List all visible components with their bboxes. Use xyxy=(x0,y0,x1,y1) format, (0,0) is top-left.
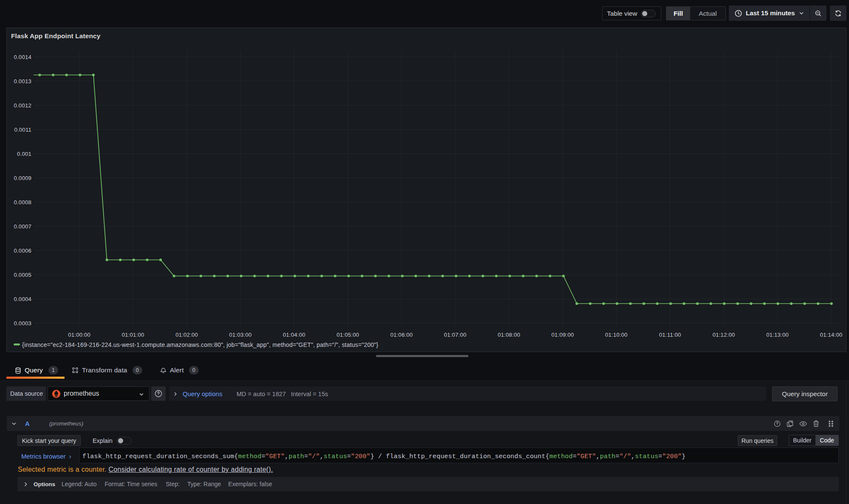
svg-text:0.0008: 0.0008 xyxy=(14,199,31,206)
svg-text:01:12:00: 01:12:00 xyxy=(713,332,735,338)
svg-text:0.0007: 0.0007 xyxy=(14,223,31,230)
svg-text:01:02:00: 01:02:00 xyxy=(175,332,198,338)
svg-text:0.0005: 0.0005 xyxy=(14,272,31,278)
svg-text:01:08:00: 01:08:00 xyxy=(498,332,520,338)
svg-text:01:13:00: 01:13:00 xyxy=(766,332,789,338)
svg-text:0.0012: 0.0012 xyxy=(14,102,31,109)
svg-text:0.0014: 0.0014 xyxy=(14,54,31,60)
svg-text:01:06:00: 01:06:00 xyxy=(390,332,413,338)
svg-text:01:04:00: 01:04:00 xyxy=(283,332,305,338)
svg-text:0.0003: 0.0003 xyxy=(14,320,31,327)
svg-text:01:00:00: 01:00:00 xyxy=(68,332,90,338)
svg-text:0.0011: 0.0011 xyxy=(14,127,31,133)
svg-text:0.0004: 0.0004 xyxy=(14,296,31,302)
svg-text:01:10:00: 01:10:00 xyxy=(605,332,628,338)
svg-text:01:14:00: 01:14:00 xyxy=(820,332,843,338)
svg-text:01:05:00: 01:05:00 xyxy=(337,332,359,338)
svg-text:0.0006: 0.0006 xyxy=(14,248,31,254)
svg-text:0.001: 0.001 xyxy=(17,151,31,157)
svg-text:01:11:00: 01:11:00 xyxy=(659,332,681,338)
svg-text:01:09:00: 01:09:00 xyxy=(551,332,574,338)
svg-text:01:01:00: 01:01:00 xyxy=(122,332,144,338)
svg-text:{instance="ec2-184-169-216-224: {instance="ec2-184-169-216-224.us-west-1… xyxy=(22,341,378,348)
svg-text:01:07:00: 01:07:00 xyxy=(444,332,466,338)
svg-text:01:03:00: 01:03:00 xyxy=(229,332,252,338)
svg-text:0.0009: 0.0009 xyxy=(14,175,31,181)
svg-text:0.0013: 0.0013 xyxy=(14,78,31,84)
